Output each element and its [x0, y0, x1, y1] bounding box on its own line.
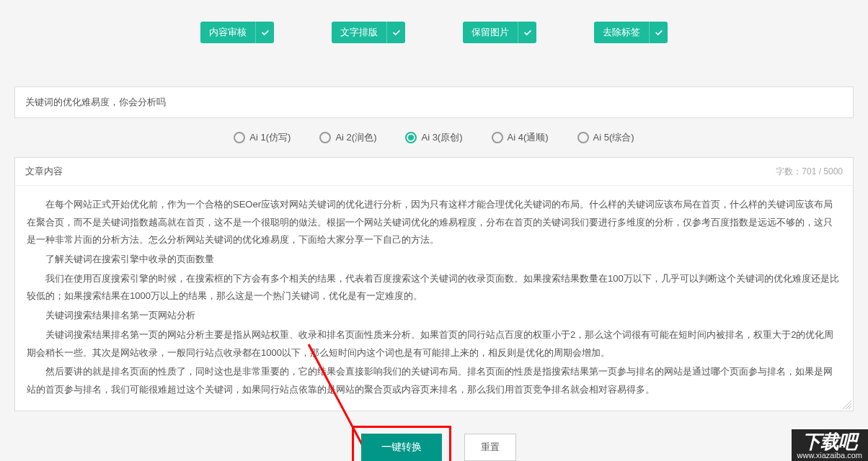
watermark-url: www.xiazaiba.com [797, 451, 862, 460]
convert-button[interactable]: 一键转换 [361, 434, 442, 461]
resize-handle-icon[interactable] [843, 400, 851, 409]
radio-icon [492, 132, 503, 143]
ai-option-5[interactable]: Ai 5(综合) [577, 131, 634, 144]
watermark-brand: 下载吧 [802, 432, 856, 451]
title-input[interactable]: 关键词的优化难易度，你会分析吗 [14, 86, 854, 118]
remove-tag-button[interactable]: 去除标签 [594, 22, 668, 43]
check-icon [255, 22, 274, 43]
radio-icon-selected [405, 132, 417, 143]
content-review-button[interactable]: 内容审核 [200, 22, 274, 43]
radio-icon [234, 132, 245, 143]
paragraph: 关键词搜索结果排名第一页网站分析 [27, 307, 841, 325]
radio-icon [577, 132, 589, 143]
options-row: 内容审核 文字排版 保留图片 去除标签 [14, 22, 854, 43]
ai-option-1[interactable]: Ai 1(仿写) [234, 131, 291, 144]
watermark: 下载吧 www.xiazaiba.com [792, 429, 868, 461]
paragraph: 关键词搜索结果排名第一页的网站分析主要是指从网站权重、收录和排名页面性质来分析。… [27, 326, 841, 362]
content-review-label: 内容审核 [200, 22, 255, 43]
content-panel-title: 文章内容 [25, 165, 63, 178]
ai-option-1-label: Ai 1(仿写) [249, 131, 291, 144]
keep-image-button[interactable]: 保留图片 [463, 22, 536, 43]
paragraph: 了解关键词在搜索引擎中收录的页面数量 [27, 251, 841, 269]
check-icon [649, 22, 668, 43]
ai-option-2[interactable]: Ai 2(润色) [319, 131, 376, 144]
keep-image-label: 保留图片 [463, 22, 518, 43]
content-textarea[interactable]: 在每个网站正式开始优化前，作为一个合格的SEOer应该对网站关键词的优化进行分析… [15, 186, 853, 411]
ai-option-3[interactable]: Ai 3(原创) [405, 131, 462, 144]
word-count: 字数：701 / 5000 [776, 166, 843, 178]
ai-option-4-label: Ai 4(通顺) [508, 131, 549, 144]
reset-button[interactable]: 重置 [464, 434, 516, 461]
highlight-annotation: 一键转换 [352, 426, 451, 461]
radio-icon [319, 132, 331, 143]
paragraph: 然后要讲的就是排名页面的性质了，同时这也是非常重要的，它的结果会直接影响我们的关… [27, 363, 841, 398]
ai-option-5-label: Ai 5(综合) [593, 131, 634, 144]
paragraph: 在每个网站正式开始优化前，作为一个合格的SEOer应该对网站关键词的优化进行分析… [27, 196, 841, 249]
text-format-button[interactable]: 文字排版 [332, 22, 405, 43]
check-icon [518, 22, 536, 43]
ai-option-4[interactable]: Ai 4(通顺) [492, 131, 549, 144]
content-panel: 文章内容 字数：701 / 5000 在每个网站正式开始优化前，作为一个合格的S… [14, 157, 854, 411]
ai-options-group: Ai 1(仿写) Ai 2(润色) Ai 3(原创) Ai 4(通顺) Ai 5… [14, 131, 854, 144]
paragraph: 我们在使用百度搜索引擎的时候，在搜索框的下方会有多个相关的结果，代表着百度搜索这… [27, 270, 841, 305]
remove-tag-label: 去除标签 [594, 22, 649, 43]
text-format-label: 文字排版 [332, 22, 386, 43]
ai-option-3-label: Ai 3(原创) [421, 131, 462, 144]
action-row: 一键转换 重置 [14, 426, 854, 461]
check-icon [386, 22, 405, 43]
ai-option-2-label: Ai 2(润色) [335, 131, 376, 144]
